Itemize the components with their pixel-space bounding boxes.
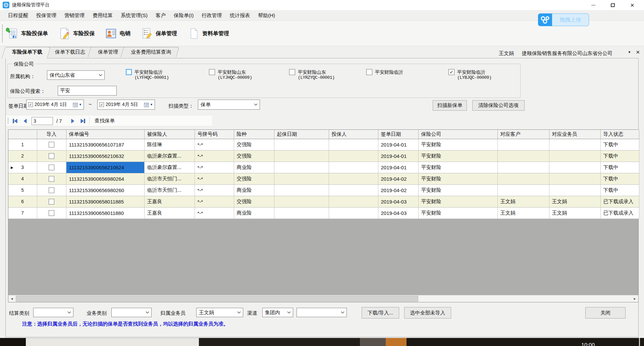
table-cell-start-date[interactable] <box>274 162 329 173</box>
table-cell-sign-date[interactable]: 2019-04-02 <box>378 184 418 196</box>
table-cell-policy-no[interactable]: 11132153900656107187 <box>66 139 144 150</box>
tab[interactable]: 保单下载日志 <box>46 47 92 57</box>
import-checkbox[interactable] <box>49 165 54 170</box>
table-cell-company[interactable]: 平安财险 <box>418 150 497 162</box>
table-cell-status[interactable]: 下载中 <box>600 184 639 196</box>
menu-item[interactable]: 客户 <box>152 10 170 21</box>
table-cell-status[interactable]: 下载中 <box>600 150 639 162</box>
menu-item[interactable]: 统计报表 <box>226 10 254 21</box>
table-cell-start-date[interactable] <box>274 207 329 219</box>
menu-item[interactable]: 费用结算 <box>89 10 117 21</box>
column-header[interactable]: 保险公司 <box>418 130 497 139</box>
company-checkbox[interactable] <box>448 69 454 75</box>
menu-item[interactable]: 日程提醒 <box>4 10 32 21</box>
date-to-checkbox[interactable] <box>99 102 104 107</box>
taskbar-app-orange[interactable] <box>386 338 407 346</box>
import-checkbox[interactable] <box>49 199 54 205</box>
table-cell-agent[interactable] <box>549 184 600 196</box>
channel-sub-combo[interactable] <box>297 308 347 317</box>
company-checkbox-item[interactable]: 平安财险山东(LYJHQC-00009) <box>209 69 252 81</box>
table-cell-sign-date[interactable]: 2019-04-01 <box>378 150 418 162</box>
table-cell-policy-no[interactable]: 11132153900656980264 <box>66 173 144 184</box>
table-cell-plate-no[interactable]: *-* <box>195 184 234 196</box>
table-cell-applicant[interactable] <box>329 162 378 173</box>
org-combo[interactable]: 保代山东省 <box>47 70 105 80</box>
taskbar-segment[interactable] <box>0 338 26 346</box>
table-cell-policy-no[interactable]: 11132153900658011885 <box>66 196 144 207</box>
table-cell-insured[interactable]: 陈佳琳 <box>144 139 195 150</box>
table-cell-plate-no[interactable]: *-* <box>195 207 234 219</box>
table-cell-customer[interactable] <box>497 173 549 184</box>
page-number-input[interactable]: 3 <box>32 117 53 125</box>
table-cell-plate-no[interactable]: *-* <box>195 139 234 150</box>
table-cell-import[interactable] <box>37 196 66 207</box>
table-cell-insured[interactable]: 临沂豪尔森置... <box>144 162 195 173</box>
column-header[interactable]: 签单日期 <box>378 130 418 139</box>
company-checkbox-item[interactable]: 平安财险临沂 <box>366 69 403 75</box>
table-cell-start-date[interactable] <box>274 196 329 207</box>
taskbar-segment[interactable] <box>407 338 644 346</box>
drag-upload-button[interactable]: 拖拽上传 <box>538 13 589 26</box>
table-cell-ins-type[interactable]: 交强险 <box>234 173 274 184</box>
company-checkbox-item[interactable]: 平安财险山东(LYRZYQC-00001) <box>289 69 335 81</box>
table-cell-ins-type[interactable]: 商业险 <box>234 207 274 219</box>
scroll-right-icon[interactable]: ► <box>631 295 638 302</box>
tab-close-icon[interactable]: ✕ <box>636 50 640 55</box>
row-header[interactable]: 2 <box>8 150 37 162</box>
column-header[interactable]: 导入 <box>37 130 66 139</box>
table-cell-company[interactable]: 平安财险 <box>418 196 497 207</box>
table-cell-agent[interactable]: 王文娟 <box>549 196 600 207</box>
table-cell-agent[interactable] <box>549 173 600 184</box>
taskbar-app-gray[interactable] <box>360 338 386 346</box>
table-cell-agent[interactable] <box>549 150 600 162</box>
last-page-button[interactable] <box>78 117 87 125</box>
table-cell-policy-no[interactable]: 11132153900656210632 <box>66 150 144 162</box>
close-tab-button[interactable]: 关闭 <box>585 307 626 319</box>
table-cell-start-date[interactable] <box>274 150 329 162</box>
date-dropdown-icon[interactable]: ▼ <box>79 103 82 106</box>
table-cell-sign-date[interactable]: 2019-04-02 <box>378 173 418 184</box>
scroll-left-icon[interactable]: ◄ <box>8 295 15 302</box>
table-cell-sign-date[interactable]: 2019-04-01 <box>378 162 418 173</box>
table-cell-sign-date[interactable]: 2019-04-03 <box>378 196 418 207</box>
column-header[interactable]: 导入状态 <box>600 130 639 139</box>
table-cell-status[interactable]: 已下载或录入 <box>600 207 639 219</box>
tab[interactable]: 保单管理 <box>89 47 125 57</box>
find-policy-button[interactable]: 查找保单 <box>93 118 116 124</box>
table-cell-customer[interactable] <box>497 162 549 173</box>
column-header[interactable]: 保单编号 <box>66 130 144 139</box>
table-cell-status[interactable]: 下载中 <box>600 139 639 150</box>
table-cell-status[interactable]: 下载中 <box>600 162 639 173</box>
table-cell-policy-no[interactable]: 11132153900656210624 <box>66 162 144 173</box>
table-cell-applicant[interactable] <box>329 207 378 219</box>
tab-dropdown-icon[interactable]: ▼ <box>628 50 631 54</box>
toolbar-button[interactable]: 电销 <box>105 27 130 40</box>
row-header[interactable]: 3▶ <box>8 162 37 173</box>
row-header[interactable]: 5 <box>8 184 37 196</box>
channel-combo[interactable]: 集团内 <box>262 308 293 317</box>
row-header[interactable]: 4 <box>8 173 37 184</box>
table-cell-sign-date[interactable]: 2019-04-03 <box>378 207 418 219</box>
table-cell-import[interactable] <box>37 184 66 196</box>
menu-item[interactable]: 营销管理 <box>60 10 89 21</box>
column-header[interactable]: 险种 <box>234 130 274 139</box>
table-cell-ins-type[interactable]: 交强险 <box>234 139 274 150</box>
table-cell-customer[interactable]: 王文娟 <box>497 207 549 219</box>
toolbar-button[interactable]: 车险投保 <box>58 27 95 40</box>
date-to-picker[interactable]: 2019年 4月 5日 ▼ <box>97 100 155 110</box>
table-cell-insured[interactable]: 临沂市天恒门... <box>144 184 195 196</box>
table-cell-import[interactable] <box>37 207 66 219</box>
column-header[interactable]: 起保日期 <box>274 130 329 139</box>
taskbar-app-light[interactable] <box>26 338 199 346</box>
table-cell-customer[interactable] <box>497 150 549 162</box>
table-cell-company[interactable]: 平安财险 <box>418 162 497 173</box>
import-checkbox[interactable] <box>49 176 54 182</box>
scan-type-combo[interactable]: 保单 <box>198 100 260 110</box>
tab[interactable]: 业务费用结算查询 <box>122 47 178 57</box>
table-cell-policy-no[interactable]: 11132153900658011880 <box>66 207 144 219</box>
table-cell-plate-no[interactable]: *-* <box>195 150 234 162</box>
table-cell-start-date[interactable] <box>274 173 329 184</box>
settle-type-combo[interactable] <box>33 308 73 317</box>
column-header[interactable]: 对应客户 <box>497 130 549 139</box>
import-checkbox[interactable] <box>49 142 54 148</box>
